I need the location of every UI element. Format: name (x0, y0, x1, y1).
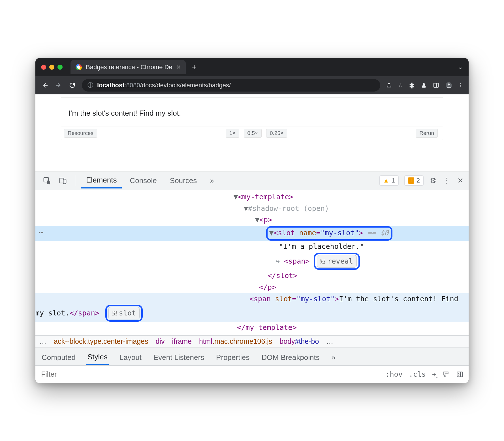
bookmark-icon[interactable]: ☆ (398, 82, 402, 88)
shadow-root-label: #shadow-root (open) (248, 204, 329, 213)
crumb[interactable]: body#the-bo (279, 337, 319, 345)
profile-icon[interactable] (445, 82, 452, 89)
dom-row[interactable]: ↪ <span> reveal (35, 253, 469, 270)
crumb[interactable]: div (155, 337, 165, 345)
tab-sources[interactable]: Sources (165, 173, 202, 188)
attr-slot: slot (275, 295, 292, 303)
crumbs-scroll-right[interactable]: … (326, 337, 333, 345)
dom-row[interactable]: ▼#shadow-root (open) (35, 203, 469, 215)
styles-filter-input[interactable] (40, 368, 381, 380)
warnings-count: 1 (392, 177, 395, 184)
dom-tree[interactable]: ▼<my-template> ▼#shadow-root (open) ▼<p>… (35, 190, 469, 335)
tab-title: Badges reference - Chrome De (86, 63, 172, 71)
labs-icon[interactable] (421, 82, 427, 88)
demo-toolbar: Resources 1× 0.5× 0.25× Rerun (61, 126, 443, 140)
subtab-layout[interactable]: Layout (118, 350, 143, 365)
dom-breadcrumbs[interactable]: … ack--block.type.center-images div ifra… (35, 335, 469, 347)
address-bar[interactable]: ⓘ localhost:8080/docs/devtools/elements/… (82, 79, 380, 92)
tag-span-close: </span> (69, 309, 99, 317)
close-tab-button[interactable]: ✕ (176, 64, 181, 70)
toolbar-icons: ☆ ⋮ (386, 82, 463, 89)
close-window-button[interactable] (41, 65, 46, 70)
attr-name: name (299, 229, 316, 237)
back-button[interactable] (41, 81, 49, 89)
reveal-badge-highlight: reveal (314, 253, 360, 270)
slot-badge[interactable]: slot (108, 307, 140, 320)
reload-button[interactable] (68, 81, 76, 89)
url-bar: ⓘ localhost:8080/docs/devtools/elements/… (35, 76, 469, 94)
subtab-dom-breakpoints[interactable]: DOM Breakpoints (260, 350, 321, 365)
devtools-menu-icon[interactable]: ⋮ (443, 176, 450, 185)
site-info-icon[interactable]: ⓘ (87, 81, 93, 89)
page-demo-box: I'm the slot's content! Find my slot. Re… (61, 97, 443, 140)
zoom-025x-button[interactable]: 0.25× (266, 129, 287, 138)
tag-span: span (254, 295, 271, 303)
dom-row[interactable]: <span slot="my-slot">I'm the slot's cont… (35, 293, 469, 322)
subtab-styles[interactable]: Styles (86, 350, 109, 365)
tag-my-template-open: <my-template> (238, 193, 293, 201)
reveal-label: reveal (327, 256, 353, 267)
styles-filter-bar: :hov .cls + (35, 365, 469, 383)
new-style-rule-button[interactable]: + (432, 370, 436, 378)
url-port: :8080 (125, 82, 140, 89)
extensions-icon[interactable] (409, 82, 415, 88)
browser-tab[interactable]: Badges reference - Chrome De ✕ (71, 60, 186, 74)
devtools-panel: Elements Console Sources » ▲1 !2 ⚙ ⋮ ✕ ▼… (35, 171, 469, 383)
url-host: localhost (97, 82, 125, 89)
inspect-element-icon[interactable] (40, 175, 54, 186)
paint-icon[interactable] (443, 371, 450, 378)
attr-value: "my-slot" (296, 295, 335, 303)
reveal-badge[interactable]: reveal (317, 255, 356, 268)
hov-toggle[interactable]: :hov (386, 370, 403, 378)
zoom-1x-button[interactable]: 1× (226, 129, 239, 138)
minimize-window-button[interactable] (49, 65, 54, 70)
subtab-more[interactable]: » (330, 350, 337, 365)
traffic-lights (41, 65, 63, 70)
tag-slot: slot (278, 229, 295, 237)
new-tab-button[interactable]: + (192, 63, 197, 72)
dom-row[interactable]: ▼<my-template> (35, 191, 469, 203)
tab-more[interactable]: » (205, 173, 219, 188)
device-toolbar-icon[interactable] (56, 175, 69, 186)
tag-p-close: </p> (259, 283, 276, 291)
cls-toggle[interactable]: .cls (409, 370, 426, 378)
maximize-window-button[interactable] (57, 65, 63, 70)
subtab-computed[interactable]: Computed (40, 350, 77, 365)
dom-row[interactable]: </p> (35, 282, 469, 293)
menu-icon[interactable]: ⋮ (458, 82, 463, 88)
crumb[interactable]: iframe (172, 337, 191, 345)
crumb[interactable]: ack--block.type.center-images (54, 337, 148, 345)
subtab-event-listeners[interactable]: Event Listeners (152, 350, 205, 365)
resources-button[interactable]: Resources (64, 129, 97, 138)
close-devtools-icon[interactable]: ✕ (457, 176, 464, 185)
dom-row[interactable]: </slot> (35, 270, 469, 282)
warnings-badge[interactable]: ▲1 (379, 175, 399, 186)
toggle-sidebar-icon[interactable] (456, 371, 464, 378)
dom-row[interactable]: </my-template> (35, 322, 469, 334)
dom-row-selected[interactable]: ⋯ ▼<slot name="my-slot"> == $0 (35, 226, 469, 241)
svg-rect-5 (63, 179, 66, 184)
panel-icon[interactable] (433, 82, 439, 88)
errors-badge[interactable]: !2 (404, 175, 424, 186)
dom-row[interactable]: "I'm a placeholder." (35, 241, 469, 253)
page-viewport: I'm the slot's content! Find my slot. Re… (35, 94, 469, 171)
zoom-05x-button[interactable]: 0.5× (244, 129, 262, 138)
svg-rect-6 (457, 372, 463, 377)
tab-elements[interactable]: Elements (81, 173, 122, 188)
rerun-button[interactable]: Rerun (416, 129, 438, 138)
tabs-dropdown-button[interactable]: ⌄ (458, 63, 463, 71)
settings-icon[interactable]: ⚙ (430, 176, 436, 185)
forward-button[interactable] (55, 81, 63, 89)
title-bar: Badges reference - Chrome De ✕ + ⌄ (35, 58, 469, 76)
row-actions-icon[interactable]: ⋯ (39, 226, 44, 238)
tab-console[interactable]: Console (125, 173, 162, 188)
dom-row[interactable]: ▼<p> (35, 214, 469, 226)
tag-span: <span> (284, 257, 309, 265)
crumbs-scroll-left[interactable]: … (39, 337, 46, 345)
slot-badge-highlight: slot (105, 305, 143, 322)
svg-rect-0 (434, 83, 439, 88)
subtab-properties[interactable]: Properties (215, 350, 251, 365)
share-icon[interactable] (386, 82, 392, 88)
svg-point-2 (448, 83, 450, 85)
crumb[interactable]: html.mac.chrome106.js (199, 337, 272, 345)
